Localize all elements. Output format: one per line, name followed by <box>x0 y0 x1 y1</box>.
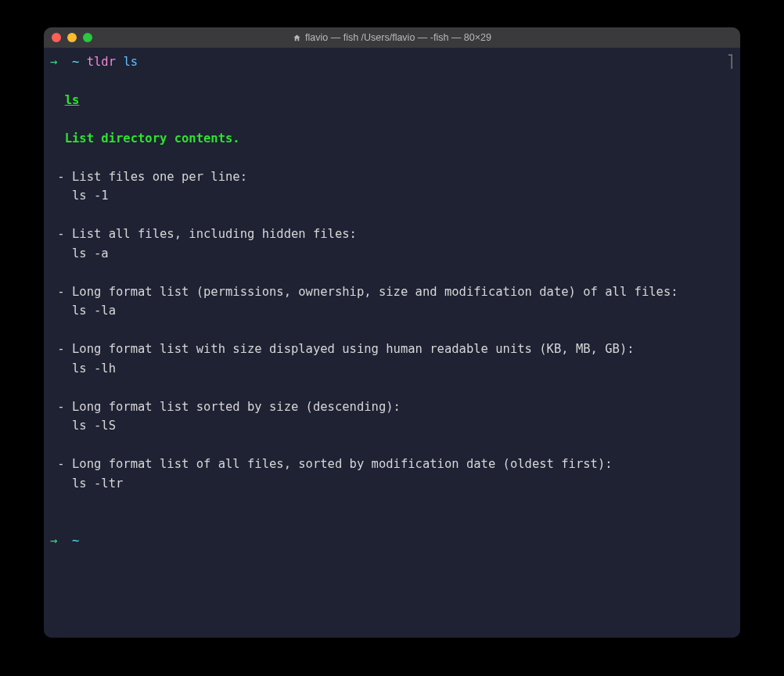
bracket-decoration: ⎤ <box>727 52 734 71</box>
maximize-icon[interactable] <box>83 33 92 42</box>
tldr-item-code: ls -1 <box>50 189 109 203</box>
prompt-arrow: → <box>50 55 57 69</box>
tldr-item-code: ls -lS <box>50 419 116 433</box>
home-icon <box>293 34 301 42</box>
prompt-tilde: ~ <box>72 55 79 69</box>
traffic-lights <box>52 33 92 42</box>
prompt-arrow: → <box>50 534 57 548</box>
tldr-item-desc: - List files one per line: <box>50 170 247 184</box>
tldr-item-desc: - Long format list (permissions, ownersh… <box>50 285 678 299</box>
tldr-item-code: ls -lh <box>50 361 116 376</box>
prompt-tilde: ~ <box>72 534 79 548</box>
window-title-text: flavio — fish /Users/flavio — -fish — 80… <box>305 32 491 43</box>
minimize-icon[interactable] <box>67 33 77 42</box>
tldr-item-desc: - List all files, including hidden files… <box>50 227 357 241</box>
terminal-body[interactable]: ⎤→ ~ tldr ls ls List directory contents.… <box>44 48 740 638</box>
titlebar: flavio — fish /Users/flavio — -fish — 80… <box>44 27 740 48</box>
tldr-item-code: ls -a <box>50 246 109 261</box>
tldr-heading: ls <box>65 93 80 107</box>
tldr-item-desc: - Long format list sorted by size (desce… <box>50 400 401 414</box>
terminal-window: flavio — fish /Users/flavio — -fish — 80… <box>44 27 740 638</box>
command-arg: ls <box>123 55 138 69</box>
close-icon[interactable] <box>52 33 61 42</box>
tldr-item-desc: - Long format list with size displayed u… <box>50 342 635 356</box>
tldr-item-code: ls -la <box>50 304 116 318</box>
tldr-summary: List directory contents. <box>65 131 240 146</box>
command-name: tldr <box>87 55 116 69</box>
tldr-item-desc: - Long format list of all files, sorted … <box>50 457 613 471</box>
tldr-item-code: ls -ltr <box>50 476 123 491</box>
window-title: flavio — fish /Users/flavio — -fish — 80… <box>44 32 740 43</box>
